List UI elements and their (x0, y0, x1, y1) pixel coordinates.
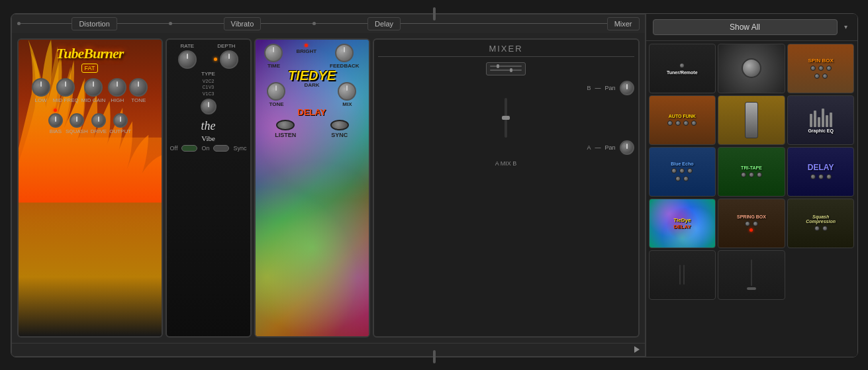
mid-gain-knob-group: MID GAIN (81, 78, 105, 103)
chain-line (172, 23, 224, 24)
dark-label: DARK (304, 82, 319, 88)
tritape-thumb[interactable]: TRI-TAPE (718, 147, 785, 197)
dropdown-arrow-icon[interactable]: ▾ (842, 23, 851, 32)
thumb-knob (814, 226, 820, 231)
vibe-pedal[interactable]: RATE DEPTH TYPE V (166, 38, 252, 338)
high-knob[interactable] (108, 78, 126, 97)
fader-thumb-icon (747, 287, 756, 290)
thumb-knob (814, 73, 820, 79)
chain-line (316, 23, 367, 24)
graphiceq-thumb[interactable]: Graphic EQ (787, 95, 855, 145)
distortion-tab[interactable]: Distortion (72, 17, 117, 30)
thumb-knob (753, 221, 758, 226)
tiedye-subtitle: DELAY (298, 107, 326, 117)
play-button[interactable] (634, 346, 640, 353)
delay-title: DELAY (808, 163, 834, 172)
feedback-knob[interactable] (335, 44, 354, 62)
thumb-knob (810, 66, 816, 71)
autofunk-title: AUTO FUNK (669, 114, 696, 118)
autofunk-thumb[interactable]: AUTO FUNK (649, 95, 716, 145)
low-knob-group: LOW (32, 78, 50, 103)
bias-knob[interactable] (48, 113, 63, 128)
vibe-name: the (201, 120, 216, 132)
sync-switch[interactable] (213, 145, 229, 152)
feedback-knob-group: FEEDBACK (330, 44, 359, 69)
bottom-knobs-row: BIAS SQUASH DRIVE OUTPUT (48, 107, 131, 134)
chain-line (401, 23, 452, 24)
time-label: TIME (267, 64, 280, 69)
mid-freq-knob-group: MID FREQ (53, 78, 79, 103)
b-pan-knob[interactable] (620, 81, 634, 95)
svg-rect-0 (490, 66, 522, 67)
listen-button[interactable] (276, 120, 295, 130)
spinbox-thumb[interactable]: SPIN BOX (787, 44, 855, 93)
b-pan-text: Pan (604, 85, 615, 91)
tube-burner-pedal[interactable]: TubeBurner FAT LOW MID FREQ MID GAI (17, 38, 163, 338)
b-label: B (587, 85, 591, 91)
empty-pedal-thumb-1[interactable] (649, 250, 716, 300)
tiedye-delay-pedal[interactable]: TIME BRIGHT FEEDBACK TieDye TON (254, 38, 370, 338)
graphiceq-title: Graphic EQ (808, 128, 834, 133)
low-knob[interactable] (32, 78, 50, 97)
rate-knob[interactable] (178, 50, 197, 69)
mix-knob[interactable] (338, 82, 356, 101)
thumb-knob (679, 63, 685, 68)
blueecho-thumb[interactable]: Blue Echo (649, 147, 716, 197)
fader-thumb[interactable] (502, 116, 510, 120)
vibe-type-grid: V2C2 C1V3 V1C3 (203, 78, 215, 97)
delay-thumb[interactable]: DELAY (787, 147, 855, 197)
fader-icon (679, 265, 681, 285)
eq-bar (814, 111, 816, 127)
svg-rect-3 (510, 68, 512, 72)
type-knob[interactable] (201, 99, 217, 115)
mid-freq-knob[interactable] (56, 78, 75, 97)
mid-gain-knob[interactable] (84, 78, 103, 97)
thumb-knob (745, 221, 750, 226)
squash-title: SquashCompression (806, 214, 836, 224)
squash-knob-group: SQUASH (66, 107, 88, 134)
depth-label: DEPTH (217, 44, 235, 49)
resize-handle-top[interactable] (433, 7, 436, 21)
vibrato-tab[interactable]: Vibrato (224, 17, 262, 30)
tone-label: TONE (131, 98, 146, 103)
mix-ab-label: A MIX B (495, 160, 517, 167)
drive-knob[interactable] (91, 113, 106, 128)
eq-bar (826, 115, 828, 127)
tone-knob[interactable] (129, 78, 148, 97)
squash-label: SQUASH (66, 129, 88, 134)
thumb-knob (675, 120, 681, 126)
squash-thumb[interactable]: SquashCompression (787, 199, 855, 248)
time-knob-group: TIME (264, 44, 283, 69)
tiedye-delay-thumb[interactable]: TieDye DELAY (649, 199, 716, 248)
squash-knob[interactable] (70, 113, 84, 128)
thumb-knob (691, 120, 697, 126)
thumb-knob (683, 176, 689, 181)
vibe-switch-row: Off On Sync (170, 145, 247, 152)
output-knob[interactable] (113, 113, 128, 128)
resize-handle-bottom[interactable] (433, 350, 436, 363)
mixer-title: MIXER (378, 44, 634, 57)
time-knob[interactable] (264, 44, 283, 62)
mixer-pedal[interactable]: MIXER B — Pan (373, 38, 640, 338)
show-all-button[interactable]: Show All (653, 19, 838, 35)
tuner-thumb[interactable]: Tuner/Remote (649, 44, 716, 93)
a-pan-knob[interactable] (620, 140, 634, 155)
sync-button[interactable] (330, 120, 349, 130)
thumb-knob (826, 66, 832, 71)
on-off-switch[interactable] (181, 145, 197, 152)
springbox-thumb[interactable]: SPRING BOX (718, 199, 785, 248)
delay-tab[interactable]: Delay (367, 17, 401, 30)
wah-thumb[interactable] (718, 95, 785, 145)
tiedye-tone-knob[interactable] (267, 82, 285, 101)
thumb-knob (749, 172, 754, 177)
tritape-title: TRI-TAPE (741, 165, 762, 170)
fader[interactable] (505, 98, 507, 138)
tiedye-sync-label: SYNC (331, 132, 348, 138)
depth-knob[interactable] (220, 50, 238, 69)
drive-label: DRIVE (91, 129, 107, 134)
bright-label: BRIGHT (296, 48, 316, 54)
bias-knob-group: BIAS (48, 109, 63, 134)
knob-only-thumb[interactable] (718, 44, 785, 93)
mixer-tab[interactable]: Mixer (607, 17, 640, 30)
empty-pedal-thumb-2[interactable] (718, 250, 785, 300)
